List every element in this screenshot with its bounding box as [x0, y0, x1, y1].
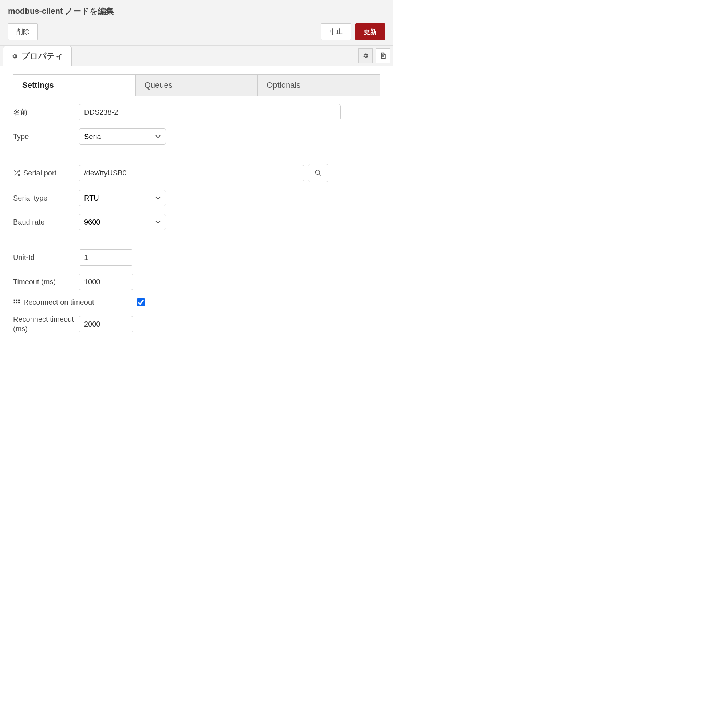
docs-icon-button[interactable]	[376, 48, 390, 63]
baud-rate-select[interactable]: 9600	[78, 214, 166, 230]
tab-settings[interactable]: Settings	[13, 74, 136, 96]
svg-rect-2	[14, 299, 15, 301]
header-buttons: 削除 中止 更新	[8, 23, 385, 45]
name-label: 名前	[13, 107, 78, 117]
name-input[interactable]	[78, 104, 341, 121]
serial-port-label: Serial port	[13, 169, 78, 177]
reconnect-on-timeout-checkbox[interactable]	[137, 298, 145, 306]
divider	[13, 238, 380, 238]
search-icon	[315, 169, 322, 176]
main-tab-row: プロパティ	[0, 45, 393, 66]
update-button[interactable]: 更新	[355, 23, 385, 40]
baud-rate-label: Baud rate	[13, 218, 78, 226]
tab-properties[interactable]: プロパティ	[3, 46, 72, 66]
tab-queues[interactable]: Queues	[136, 74, 258, 96]
settings-icon-button[interactable]	[358, 48, 373, 63]
type-label: Type	[13, 133, 78, 141]
unit-id-label: Unit-Id	[13, 253, 78, 262]
search-port-button[interactable]	[308, 164, 328, 182]
svg-rect-3	[16, 299, 18, 301]
type-select[interactable]: Serial	[78, 128, 166, 145]
cancel-button[interactable]: 中止	[321, 23, 351, 40]
reconnect-timeout-label: Reconnect timeout (ms)	[13, 315, 78, 333]
svg-rect-6	[16, 301, 18, 303]
timeout-input[interactable]	[78, 274, 133, 290]
reconnect-on-timeout-label: Reconnect on timeout	[13, 298, 137, 306]
sub-tabs: Settings Queues Optionals	[13, 74, 380, 96]
content-area: Settings Queues Optionals 名前 Type Serial…	[0, 66, 393, 350]
editor-header: modbus-client ノードを編集 削除 中止 更新	[0, 0, 393, 45]
delete-button[interactable]: 削除	[8, 23, 38, 40]
shuffle-icon	[13, 169, 20, 176]
serial-port-input[interactable]	[78, 165, 304, 181]
document-icon	[380, 52, 386, 59]
unit-id-input[interactable]	[78, 249, 133, 266]
panel-title: modbus-client ノードを編集	[8, 6, 385, 17]
serial-type-select[interactable]: RTU	[78, 190, 166, 206]
gear-icon	[11, 53, 18, 59]
svg-rect-4	[18, 299, 20, 301]
svg-line-1	[319, 174, 321, 176]
reconnect-timeout-input[interactable]	[78, 316, 133, 332]
gear-icon	[362, 53, 369, 59]
grid-icon	[13, 299, 20, 306]
svg-point-0	[316, 170, 320, 175]
timeout-label: Timeout (ms)	[13, 278, 78, 286]
serial-type-label: Serial type	[13, 194, 78, 202]
divider	[13, 152, 380, 153]
tab-optionals[interactable]: Optionals	[258, 74, 380, 96]
svg-rect-5	[14, 301, 15, 303]
tab-properties-label: プロパティ	[21, 51, 63, 62]
svg-rect-7	[18, 301, 20, 303]
